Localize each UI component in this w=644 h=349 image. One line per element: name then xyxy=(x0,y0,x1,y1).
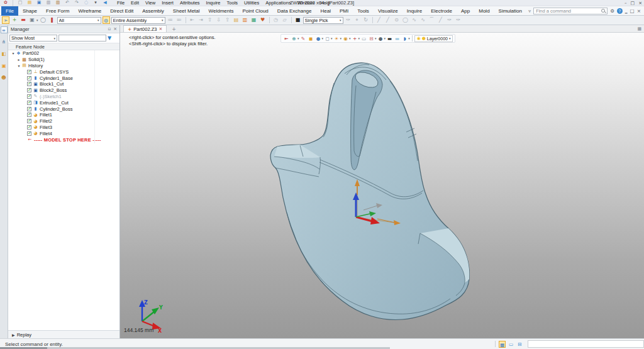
ribbon-tab-weldments[interactable]: Weldments xyxy=(204,6,238,16)
tree-row[interactable]: ✓◕Fillet1 xyxy=(8,112,119,118)
edge-style-icon[interactable]: ▬ xyxy=(386,35,393,42)
feature-checkbox[interactable]: ✓ xyxy=(27,131,31,136)
feature-checkbox[interactable]: ✓ xyxy=(27,113,31,117)
ribbon-tab-sheet-metal[interactable]: Sheet Metal xyxy=(169,6,204,16)
settings-gear-icon[interactable]: ⚙ xyxy=(610,8,614,14)
export-icon[interactable]: ▥ xyxy=(54,0,62,7)
print-icon[interactable]: ▥ xyxy=(45,0,52,7)
menu-insert[interactable]: Insert xyxy=(158,0,177,6)
sketch-point2-icon[interactable]: ✑ xyxy=(455,16,462,24)
app-logo-icon[interactable]: ✿ xyxy=(2,0,9,7)
feature-checkbox[interactable]: ✓ xyxy=(27,76,31,80)
model-body[interactable] xyxy=(270,63,469,320)
pick-frame-icon-dropdown[interactable]: ▾ xyxy=(36,18,38,22)
close-button[interactable]: × xyxy=(638,1,642,6)
tabbar-pin-icon[interactable]: ▦ xyxy=(637,26,641,31)
history-clock-icon[interactable]: ◷ xyxy=(272,16,280,24)
tree-row[interactable]: ✓⊥Default CSYS xyxy=(8,69,119,75)
pick-add-icon[interactable]: + xyxy=(11,16,18,24)
scope-globe-icon[interactable]: ◍ xyxy=(103,16,110,24)
tree-row[interactable]: ✓▣Block2_Boss xyxy=(8,87,119,94)
menu-file[interactable]: File xyxy=(114,0,128,6)
sketch-arc-icon[interactable]: ⌒ xyxy=(428,16,436,24)
shaded-display-icon[interactable]: ● xyxy=(315,35,322,42)
light-icon[interactable]: ☀ xyxy=(333,35,340,42)
play-icon[interactable]: ◀ xyxy=(101,0,109,7)
tree-row[interactable]: ✓✎(-)Sketch1 xyxy=(8,94,119,100)
tree-row[interactable]: ▾❖Part002 xyxy=(8,50,119,57)
pick-frame-icon[interactable]: ▣ xyxy=(28,16,36,24)
zoom-lens-icon-dropdown[interactable]: ▾ xyxy=(408,36,410,40)
fullscreen-icon[interactable]: ▭ xyxy=(508,341,514,348)
ribbon-collapse-icon[interactable]: ▿ xyxy=(528,8,531,14)
save-icon[interactable]: ▣ xyxy=(35,0,43,7)
feature-checkbox[interactable]: ✓ xyxy=(27,82,31,86)
tree-row[interactable]: ✓▮Cylinder1_Base xyxy=(8,75,119,81)
window-display-icon[interactable]: ▭ xyxy=(360,35,367,42)
status-input-box[interactable] xyxy=(528,340,644,348)
manager-tab-icon[interactable]: ≡ xyxy=(1,26,8,33)
manager-search-input[interactable] xyxy=(58,35,106,42)
scope-combo[interactable]: Entire Assembly▾ xyxy=(111,17,165,24)
drag-hand-icon[interactable]: ✑ xyxy=(345,16,352,24)
feature-checkbox[interactable]: ✓ xyxy=(27,101,31,105)
mdi-restore-icon[interactable]: □ xyxy=(630,8,635,14)
assembly-tab-icon[interactable]: ⋔ xyxy=(1,38,8,45)
tab-close-icon[interactable]: × xyxy=(158,26,162,31)
mdi-minimize-icon[interactable]: ‗ xyxy=(625,8,628,14)
align-up-icon[interactable]: ⇧ xyxy=(206,16,214,24)
replay-expand-icon[interactable]: ▶ xyxy=(12,333,15,337)
model-canvas[interactable]: Z Y X xyxy=(120,33,644,338)
light-icon-dropdown[interactable]: ▾ xyxy=(340,36,342,40)
new-tab-button[interactable]: + xyxy=(167,26,181,32)
viewport[interactable]: <right-click> for context-sensitive opti… xyxy=(120,33,644,338)
section-view-icon[interactable]: ⊟ xyxy=(368,35,375,42)
filter-chart-icon[interactable]: ❚ xyxy=(48,16,56,24)
tree-row[interactable]: ✓◨Extrude1_Cut xyxy=(8,99,119,106)
feature-checkbox[interactable]: ✓ xyxy=(27,94,31,99)
sketch-point-icon[interactable]: ✑ xyxy=(446,16,453,24)
blank-display-icon[interactable]: ■ xyxy=(294,16,302,24)
tree-caret-icon[interactable]: ▸ xyxy=(16,57,21,62)
background-icon-dropdown[interactable]: ▾ xyxy=(384,36,386,40)
folder-stack-icon[interactable]: ▤ xyxy=(233,16,240,24)
menu-tools[interactable]: Tools xyxy=(224,0,242,6)
ribbon-tab-wireframe[interactable]: Wireframe xyxy=(74,6,106,16)
view-orientation-icon-dropdown[interactable]: ▾ xyxy=(297,36,299,40)
menu-inquire[interactable]: Inquire xyxy=(203,0,224,6)
feature-checkbox[interactable]: ✓ xyxy=(27,88,31,92)
folder-out-icon[interactable]: ▥ xyxy=(242,16,249,24)
visual-tab-icon[interactable]: ▣ xyxy=(1,62,8,69)
find-command-box[interactable]: Find a command xyxy=(533,8,608,14)
reset-icon[interactable]: ↻ xyxy=(362,16,370,24)
undo-icon[interactable]: ↶ xyxy=(64,0,71,7)
background-icon[interactable]: ● xyxy=(377,35,384,42)
paint-face-icon[interactable]: ✎ xyxy=(300,35,307,42)
replay-bar[interactable]: ▶ Replay xyxy=(8,330,119,338)
ribbon-tab-app[interactable]: App xyxy=(457,6,474,16)
restore-button[interactable]: □ xyxy=(631,1,635,6)
camera-icon[interactable]: ◉ xyxy=(342,35,349,42)
tree-row[interactable]: ✓◕Fillet3 xyxy=(8,125,119,131)
ribbon-tab-assembly[interactable]: Assembly xyxy=(138,6,169,16)
feature-checkbox[interactable]: ✓ xyxy=(27,107,31,111)
mdi-close-icon[interactable]: × xyxy=(637,8,641,14)
tree-row[interactable]: ▾▤History xyxy=(8,63,119,69)
ribbon-tab-simulation[interactable]: Simulation xyxy=(494,6,526,16)
ribbon-tab-shape[interactable]: Shape xyxy=(18,6,42,16)
align-down-icon[interactable]: ⇩ xyxy=(215,16,223,24)
minimize-button[interactable]: – xyxy=(625,1,627,6)
tree-row[interactable]: ✓▮Cylinder2_Boss xyxy=(8,106,119,112)
face-style-icon[interactable]: ▬ xyxy=(394,35,401,42)
tree-row[interactable]: ▸▩Solid(1) xyxy=(8,57,119,63)
list-collapse-icon[interactable]: ≕ xyxy=(175,16,183,24)
ribbon-tab-point-cloud[interactable]: Point Cloud xyxy=(238,6,272,16)
tree-caret-icon[interactable]: ▾ xyxy=(16,64,21,68)
sketch-spline2-icon[interactable]: ∿ xyxy=(419,16,427,24)
csys-display-icon-dropdown[interactable]: ▾ xyxy=(358,36,360,40)
user-tab-icon[interactable]: ☻ xyxy=(1,74,8,81)
align-center-icon[interactable]: ⇥ xyxy=(197,16,205,24)
document-tab-active[interactable]: + Part002.Z3 × xyxy=(123,25,167,32)
tree-row[interactable]: ✓◕Fillet2 xyxy=(8,118,119,125)
align-middle-icon[interactable]: ⇪ xyxy=(224,16,231,24)
